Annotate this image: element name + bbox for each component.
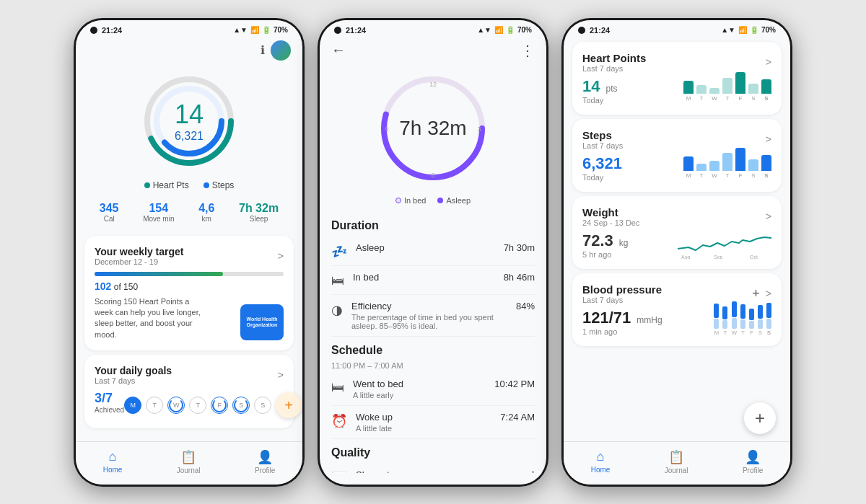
day-F: F — [211, 397, 228, 414]
time-2: 21:24 — [346, 26, 366, 35]
steps-header: Steps Last 7 days > — [582, 129, 771, 150]
bp-add-icon[interactable]: + — [752, 286, 760, 301]
ring-center: 14 6,321 — [175, 100, 204, 143]
time-1: 21:24 — [102, 26, 122, 35]
add-fab-3[interactable]: + — [744, 402, 776, 434]
phone-1: 21:24 ▲▼ 📶 🔋 70% ℹ — [74, 18, 305, 487]
day-W: W — [167, 397, 185, 414]
wakeup-row: ⏰ Woke up A little late 7:24 AM — [320, 406, 546, 438]
weight-bottom: 72.3 kg 5 hr ago Aug Sep Oct — [582, 227, 771, 259]
sleep-center: 7h 32m — [399, 117, 466, 140]
steps-card[interactable]: Steps Last 7 days > 6,321 Today — [572, 119, 782, 192]
bottom-nav-3: ⌂ Home 📋 Journal 👤 Profile — [564, 441, 790, 485]
stat-km: 4,6 km — [198, 202, 214, 223]
steps-bottom: 6,321 Today M T W T F S S — [582, 150, 771, 182]
target-chevron: > — [278, 250, 284, 262]
bp-card[interactable]: Blood pressure Last 7 days + > 121/71 — [572, 273, 782, 346]
stats-row: 345 Cal 154 Move min 4,6 km 7h 32m Sleep — [76, 198, 302, 231]
weekly-target-card[interactable]: Your weekly target December 12 - 19 > 10… — [84, 236, 294, 351]
nav-home-3[interactable]: ⌂ Home — [579, 448, 622, 475]
p2-topbar: ← ⋮ — [320, 37, 546, 63]
phone-2: 21:24 ▲▼ 📶 🔋 70% ← ⋮ — [318, 18, 548, 487]
steps-label: Steps — [212, 180, 235, 190]
quality-title: Quality — [320, 439, 546, 464]
day-T: T — [146, 397, 163, 414]
daily-goals-days: M T W T F S S + — [124, 392, 302, 418]
bp-header: Blood pressure Last 7 days + > — [582, 283, 771, 304]
profile-icon: 👤 — [257, 449, 273, 465]
phone-3: 21:24 ▲▼ 📶 🔋 70% Heart Points Last 7 d — [561, 18, 792, 487]
sleep-stages-row: 📊 Sleep stages ℹ — [320, 464, 546, 473]
weight-card[interactable]: Weight 24 Sep - 13 Dec > 72.3 kg 5 hr ag… — [572, 196, 782, 269]
avatar[interactable] — [271, 40, 291, 61]
bp-bar-chart: M T W — [714, 304, 771, 336]
target-progress: 102 of 150 — [95, 280, 284, 292]
target-title-block: Your weekly target December 12 - 19 — [95, 246, 183, 266]
bp-chevron: > — [766, 288, 771, 299]
journal-icon-3: 📋 — [668, 449, 684, 465]
camera-dot-3 — [578, 27, 585, 34]
phone1-content: ℹ 14 6,321 — [76, 37, 302, 441]
nav-profile-3[interactable]: 👤 Profile — [731, 448, 774, 476]
hp-bottom: 14 pts Today M T W T F S S — [582, 73, 771, 105]
weight-chart: Aug Sep Oct — [678, 227, 771, 259]
legend-heartpts: Heart Pts — [144, 180, 189, 190]
inbed-icon: 🛏 — [331, 273, 344, 288]
progress-bg — [95, 272, 284, 276]
who-logo: World Health Organization — [240, 304, 284, 340]
nav-journal-1[interactable]: 📋 Journal — [165, 448, 212, 476]
hp-chevron: > — [766, 56, 771, 68]
weight-header: Weight 24 Sep - 13 Dec > — [582, 206, 771, 227]
steps-bar-chart: M T W T F S S — [683, 153, 771, 182]
sleep-asleep-row: 💤 Asleep 7h 30m — [320, 236, 546, 265]
status-bar-1: 21:24 ▲▼ 📶 🔋 70% — [76, 20, 302, 37]
sleep-efficiency-row: ◑ Efficiency The percentage of time in b… — [320, 295, 546, 336]
stat-cal: 345 Cal — [100, 202, 119, 223]
home-icon: ⌂ — [109, 449, 117, 464]
duration-title: Duration — [320, 212, 546, 236]
journal-icon: 📋 — [180, 449, 196, 465]
stat-sleep: 7h 32m Sleep — [239, 202, 279, 223]
svg-text:12: 12 — [429, 81, 437, 88]
goals-chevron: > — [278, 369, 284, 381]
bottom-nav-1: ⌂ Home 📋 Journal 👤 Profile — [76, 441, 302, 485]
svg-text:3: 3 — [477, 125, 481, 133]
bedtime-icon: 🛏 — [331, 380, 344, 395]
more-button[interactable]: ⋮ — [520, 42, 535, 59]
progress-fill — [95, 272, 223, 276]
daily-goals-card[interactable]: Your daily goals Last 7 days > 3/7 Achie… — [84, 355, 294, 428]
nav-profile-1[interactable]: 👤 Profile — [243, 448, 287, 476]
day-S: S — [232, 397, 250, 414]
stat-movemin: 154 Move min — [143, 202, 174, 223]
nav-home-1[interactable]: ⌂ Home — [92, 448, 134, 475]
asleep-icon: 💤 — [331, 244, 347, 260]
schedule-time: 11:00 PM – 7:00 AM — [320, 361, 546, 373]
target-body: Scoring 150 Heart Points a week can help… — [95, 296, 284, 341]
p1-header: ℹ — [76, 37, 302, 63]
status-icons-2: ▲▼ 📶 🔋 70% — [477, 26, 532, 34]
heart-points-card[interactable]: Heart Points Last 7 days > 14 pts Today — [572, 42, 782, 115]
back-button[interactable]: ← — [331, 42, 346, 58]
bp-bottom: 121/71 mmHg 1 min ago M — [582, 304, 771, 336]
svg-text:6: 6 — [431, 172, 434, 179]
sleep-inbed-row: 🛏 In bed 8h 46m — [320, 266, 546, 294]
heartpts-label: Heart Pts — [153, 180, 189, 190]
asleep-legend: Asleep — [437, 196, 471, 205]
add-goal-fab[interactable]: + — [276, 392, 302, 418]
day-S2: S — [254, 397, 271, 414]
goals-row: 3/7 Achieved M T W T F S S + — [95, 386, 284, 418]
sleep-ring-container: 12 3 6 9 7h 32m — [320, 63, 546, 193]
ring-container: 14 6,321 — [76, 63, 302, 177]
hp-bar-chart: M T W T F S S — [683, 76, 771, 105]
steps-chevron: > — [766, 133, 771, 145]
nav-journal-3[interactable]: 📋 Journal — [653, 448, 700, 476]
info-icon[interactable]: ℹ — [261, 43, 265, 57]
svg-text:9: 9 — [385, 125, 388, 133]
status-icons-1: ▲▼ 📶 🔋 70% — [233, 26, 288, 34]
schedule-subtitle: Schedule — [320, 337, 546, 361]
camera-dot-2 — [334, 27, 341, 34]
hp-header: Heart Points Last 7 days > — [582, 52, 771, 73]
phone3-content: Heart Points Last 7 days > 14 pts Today — [564, 37, 790, 441]
phone2-content: 12 3 6 9 7h 32m In bed — [320, 63, 546, 473]
day-M: M — [124, 397, 141, 414]
